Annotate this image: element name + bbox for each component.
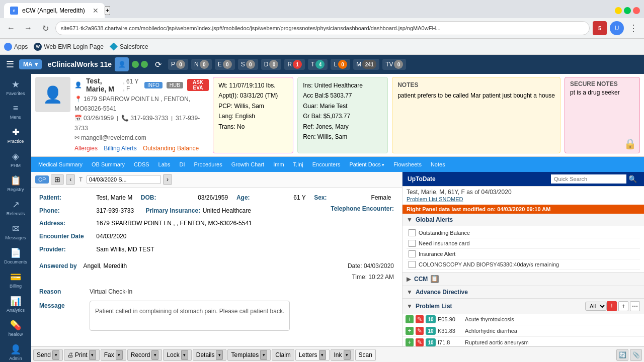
- alert-checkbox-3[interactable]: [409, 250, 416, 257]
- ma-badge[interactable]: MA▾: [19, 59, 42, 69]
- nav-counter-s[interactable]: S 0: [238, 59, 258, 70]
- alert-checkbox-1[interactable]: [409, 229, 416, 236]
- nav-tinj[interactable]: T.Inj: [289, 160, 307, 168]
- next-encounter-button[interactable]: ›: [163, 174, 172, 185]
- pr-edit-btn-2[interactable]: ✎: [416, 327, 424, 335]
- nav-growth-chart[interactable]: Growth Chart: [227, 160, 268, 168]
- problem-list-toggle[interactable]: ▼: [407, 303, 413, 310]
- grid-icon-button[interactable]: ⊞: [51, 174, 64, 185]
- maximize-button[interactable]: [624, 7, 631, 14]
- nav-medical-summary[interactable]: Medical Summary: [34, 160, 87, 168]
- user-avatar-button[interactable]: U: [610, 21, 624, 35]
- address-bar[interactable]: [55, 21, 590, 35]
- global-alerts-header[interactable]: ▼ Global Alerts: [403, 214, 644, 226]
- hamburger-menu[interactable]: ☰: [4, 57, 16, 72]
- sidebar-item-healow[interactable]: 💊 healow: [2, 317, 30, 340]
- sidebar-item-analytics[interactable]: 📊 Analytics: [2, 293, 30, 316]
- pr-add-btn-3[interactable]: +: [406, 338, 414, 346]
- prev-encounter-button[interactable]: ‹: [66, 174, 75, 185]
- fax-button[interactable]: Fax ▾: [101, 349, 126, 361]
- nav-cdss[interactable]: CDSS: [130, 160, 153, 168]
- nav-flowsheets[interactable]: Flowsheets: [389, 160, 426, 168]
- cp-button[interactable]: CP: [35, 175, 49, 184]
- hub-button[interactable]: HUB: [167, 82, 183, 88]
- pr-edit-btn-3[interactable]: ✎: [416, 338, 424, 346]
- telephone-encounter-link[interactable]: Telephone Encounter:: [331, 204, 394, 215]
- nav-notes[interactable]: Notes: [427, 160, 449, 168]
- nav-counter-r[interactable]: R 1: [284, 59, 305, 70]
- nav-counter-m[interactable]: M 241: [353, 59, 379, 70]
- nav-labs[interactable]: Labs: [154, 160, 175, 168]
- sidebar-item-phm[interactable]: ◈ PHM: [2, 148, 30, 171]
- ink-button[interactable]: Ink ▾: [331, 349, 354, 361]
- problem-list-filter[interactable]: All: [585, 302, 607, 311]
- sidebar-item-menu[interactable]: ≡ Menu: [2, 100, 30, 123]
- advance-directive-header[interactable]: ▼ Advance Directive: [403, 286, 644, 298]
- sidebar-item-referrals[interactable]: ↗ Referrals: [2, 196, 30, 219]
- pl-warning-btn[interactable]: !: [607, 301, 617, 311]
- print-arrow[interactable]: ▾: [89, 350, 96, 360]
- ask-eva-button[interactable]: ASK EVA: [187, 79, 209, 91]
- scan-button[interactable]: Scan: [355, 349, 376, 361]
- lock-button[interactable]: Lock ▾: [163, 349, 191, 361]
- sidebar-item-admin[interactable]: 👤 Admin: [2, 341, 30, 362]
- details-button[interactable]: Details ▾: [193, 349, 227, 361]
- nav-counter-l[interactable]: L 0: [331, 59, 350, 70]
- browser-tab[interactable]: e eCW (Angell, Meredith) ✕: [4, 3, 105, 18]
- bottom-icon-btn2[interactable]: 📎: [630, 349, 642, 361]
- info-button[interactable]: INFO: [144, 82, 163, 88]
- letters-button[interactable]: Letters ▾: [295, 349, 330, 361]
- nav-imm[interactable]: Imm: [269, 160, 288, 168]
- close-tab-button[interactable]: ✕: [93, 7, 99, 15]
- ccm-header[interactable]: ▶ CCM 📋: [403, 273, 644, 286]
- record-button[interactable]: Record ▾: [127, 349, 163, 361]
- pr-edit-btn-1[interactable]: ✎: [416, 315, 424, 323]
- refresh-button[interactable]: ⟳: [151, 57, 165, 71]
- letters-arrow[interactable]: ▾: [319, 350, 326, 360]
- reload-button[interactable]: ↻: [38, 21, 52, 35]
- back-button[interactable]: ←: [4, 21, 18, 35]
- sidebar-item-registry[interactable]: 📋 Registry: [2, 172, 30, 195]
- allergies-link[interactable]: Allergies: [74, 145, 98, 152]
- print-button[interactable]: 🖨 Print ▾: [64, 349, 100, 361]
- forward-button[interactable]: →: [21, 21, 35, 35]
- nav-patient-docs[interactable]: Patient Docs: [345, 160, 388, 168]
- salesforce-shortcut[interactable]: Salesforce: [110, 43, 148, 51]
- nav-procedures[interactable]: Procedures: [190, 160, 226, 168]
- new-tab-button[interactable]: +: [105, 6, 110, 15]
- nav-counter-tv[interactable]: TV 0: [382, 59, 406, 70]
- date-selector[interactable]: [87, 175, 161, 184]
- alert-checkbox-2[interactable]: [409, 240, 416, 247]
- nav-counter-t[interactable]: T 4: [308, 59, 328, 70]
- send-arrow[interactable]: ▾: [52, 350, 59, 360]
- alert-checkbox-4[interactable]: [409, 261, 416, 268]
- snomed-link[interactable]: Problem List SNOMED: [407, 196, 463, 202]
- templates-button[interactable]: Templates ▾: [227, 349, 271, 361]
- pr-add-btn-2[interactable]: +: [406, 327, 414, 335]
- lock-arrow[interactable]: ▾: [181, 350, 188, 360]
- sidebar-item-messages[interactable]: ✉ Messages: [2, 220, 30, 243]
- outstanding-balance-link[interactable]: Outstanding Balance: [143, 145, 199, 152]
- templates-arrow[interactable]: ▾: [260, 350, 267, 360]
- claim-button[interactable]: Claim: [272, 349, 294, 361]
- nav-encounters[interactable]: Encounters: [308, 160, 345, 168]
- window-close-button[interactable]: [633, 7, 640, 14]
- search-button[interactable]: 🔍: [626, 174, 639, 184]
- send-button[interactable]: Send ▾: [33, 349, 63, 361]
- pl-add-btn[interactable]: +: [618, 301, 628, 311]
- details-arrow[interactable]: ▾: [216, 350, 223, 360]
- quick-search-input[interactable]: [551, 174, 626, 184]
- record-arrow[interactable]: ▾: [151, 350, 158, 360]
- sidebar-item-practice[interactable]: ✚ Practice: [2, 124, 30, 147]
- extension-button[interactable]: 5: [593, 21, 607, 35]
- nav-ob-summary[interactable]: OB Summary: [88, 160, 129, 168]
- apps-shortcut[interactable]: Apps: [4, 43, 28, 51]
- pr-add-btn-1[interactable]: +: [406, 315, 414, 323]
- webemr-shortcut[interactable]: W Web EMR Login Page: [34, 43, 104, 51]
- sidebar-item-billing[interactable]: 💳 Billing: [2, 268, 30, 292]
- bottom-icon-btn1[interactable]: 🔄: [616, 349, 628, 361]
- billing-alerts-link[interactable]: Billing Alerts: [104, 145, 136, 152]
- nav-counter-p[interactable]: P 0: [168, 59, 188, 70]
- ccm-copy-icon[interactable]: 📋: [431, 275, 439, 283]
- sidebar-item-documents[interactable]: 📄 Documents: [2, 244, 30, 267]
